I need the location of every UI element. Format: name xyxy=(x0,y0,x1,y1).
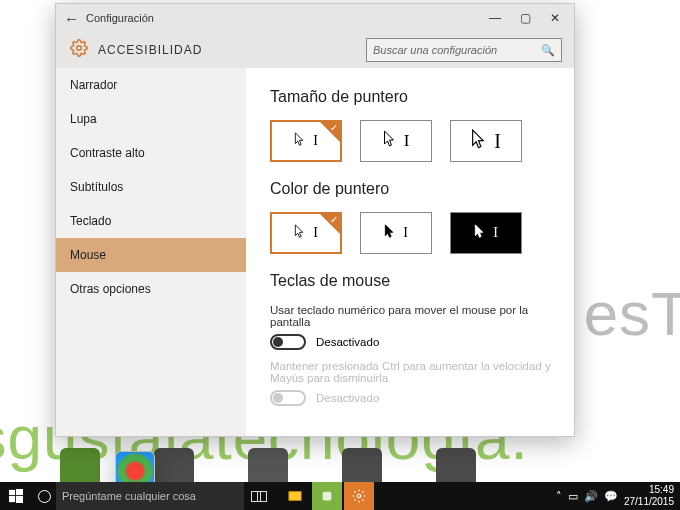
maximize-button[interactable]: ▢ xyxy=(510,4,540,32)
mouse-keys-toggle[interactable] xyxy=(270,334,306,350)
back-button[interactable]: ← xyxy=(64,10,86,27)
ctrl-speed-state: Desactivado xyxy=(316,392,379,404)
tray-notifications-icon[interactable]: 💬 xyxy=(604,490,618,503)
svg-rect-6 xyxy=(323,492,332,501)
sidebar-item-other-options[interactable]: Otras opciones xyxy=(56,272,246,306)
search-icon: 🔍 xyxy=(541,44,555,57)
window-title: Configuración xyxy=(86,12,154,24)
svg-rect-2 xyxy=(16,489,23,495)
pointer-color-options: ✓ I I I xyxy=(270,212,554,254)
tray-chevron-up-icon[interactable]: ˄ xyxy=(556,490,562,503)
taskbar-clock[interactable]: 15:49 27/11/2015 xyxy=(624,484,678,508)
gear-icon xyxy=(70,39,88,61)
pointer-size-small[interactable]: ✓ I xyxy=(270,120,342,162)
taskbar: Pregúntame cualquier cosa ˄ ▭ 🔊 💬 15:49 … xyxy=(0,482,680,510)
pointer-color-heading: Color de puntero xyxy=(270,180,554,198)
sidebar-item-captions[interactable]: Subtítulos xyxy=(56,170,246,204)
check-icon: ✓ xyxy=(330,214,338,225)
subheader: ACCESIBILIDAD Buscar una configuración 🔍 xyxy=(56,32,574,68)
mouse-keys-heading: Teclas de mouse xyxy=(270,272,554,290)
minimize-button[interactable]: — xyxy=(480,4,510,32)
close-button[interactable]: ✕ xyxy=(540,4,570,32)
pointer-color-black[interactable]: I xyxy=(360,212,432,254)
tray-volume-icon[interactable]: 🔊 xyxy=(584,490,598,503)
sidebar-item-magnifier[interactable]: Lupa xyxy=(56,102,246,136)
check-icon: ✓ xyxy=(330,122,338,133)
content-panel: Tamaño de puntero ✓ I I I Color de punte… xyxy=(246,68,574,436)
pointer-size-options: ✓ I I I xyxy=(270,120,554,162)
taskbar-app-explorer[interactable] xyxy=(280,482,310,510)
svg-rect-3 xyxy=(9,496,15,502)
svg-rect-5 xyxy=(289,492,301,501)
pointer-color-inverted[interactable]: I xyxy=(450,212,522,254)
ctrl-speed-toggle xyxy=(270,390,306,406)
cortana-icon[interactable] xyxy=(32,490,56,503)
sidebar-item-keyboard[interactable]: Teclado xyxy=(56,204,246,238)
sidebar-item-mouse[interactable]: Mouse xyxy=(56,238,246,272)
svg-point-7 xyxy=(357,494,361,498)
sidebar: Narrador Lupa Contraste alto Subtítulos … xyxy=(56,68,246,436)
sidebar-item-high-contrast[interactable]: Contraste alto xyxy=(56,136,246,170)
svg-rect-1 xyxy=(9,490,15,495)
ibeam-icon: I xyxy=(313,133,318,149)
taskbar-search-placeholder: Pregúntame cualquier cosa xyxy=(62,490,196,502)
pointer-size-medium[interactable]: I xyxy=(360,120,432,162)
search-placeholder: Buscar una configuración xyxy=(373,44,497,56)
pointer-color-white[interactable]: ✓ I xyxy=(270,212,342,254)
taskbar-app-green[interactable] xyxy=(312,482,342,510)
tray-network-icon[interactable]: ▭ xyxy=(568,490,578,503)
titlebar: ← Configuración — ▢ ✕ xyxy=(56,4,574,32)
sidebar-item-narrator[interactable]: Narrador xyxy=(56,68,246,102)
taskbar-app-settings[interactable] xyxy=(344,482,374,510)
settings-window: ← Configuración — ▢ ✕ ACCESIBILIDAD Busc… xyxy=(55,3,575,437)
system-tray: ˄ ▭ 🔊 💬 15:49 27/11/2015 xyxy=(556,484,680,508)
category-label: ACCESIBILIDAD xyxy=(98,43,202,57)
taskbar-search-input[interactable]: Pregúntame cualquier cosa xyxy=(56,482,244,510)
mouse-keys-state: Desactivado xyxy=(316,336,379,348)
pointer-size-heading: Tamaño de puntero xyxy=(270,88,554,106)
settings-search-input[interactable]: Buscar una configuración 🔍 xyxy=(366,38,562,62)
svg-rect-4 xyxy=(16,496,23,503)
task-view-button[interactable] xyxy=(244,491,274,502)
ctrl-speed-description: Mantener presionada Ctrl para aumentar l… xyxy=(270,360,554,384)
mouse-keys-description: Usar teclado numérico para mover el mous… xyxy=(270,304,554,328)
pointer-size-large[interactable]: I xyxy=(450,120,522,162)
start-button[interactable] xyxy=(0,482,32,510)
cursor-icon xyxy=(294,132,305,151)
svg-point-0 xyxy=(77,46,82,51)
